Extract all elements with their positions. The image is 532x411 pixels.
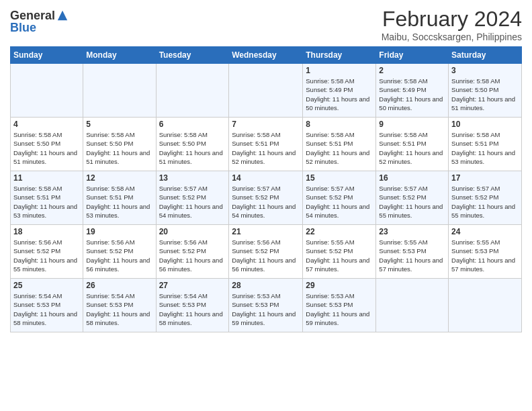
calendar-day-cell: 3Sunrise: 5:58 AMSunset: 5:50 PMDaylight… bbox=[449, 64, 522, 118]
calendar-day-cell: 18Sunrise: 5:56 AMSunset: 5:52 PMDayligh… bbox=[11, 225, 83, 279]
day-info: Sunrise: 5:57 AMSunset: 5:52 PMDaylight:… bbox=[379, 184, 445, 220]
calendar-header-cell: Wednesday bbox=[229, 47, 303, 64]
calendar-day-cell: 25Sunrise: 5:54 AMSunset: 5:53 PMDayligh… bbox=[11, 279, 83, 332]
day-info: Sunrise: 5:55 AMSunset: 5:53 PMDaylight:… bbox=[379, 238, 445, 273]
day-number: 9 bbox=[379, 120, 445, 129]
day-info: Sunrise: 5:58 AMSunset: 5:49 PMDaylight:… bbox=[379, 77, 445, 112]
calendar-body: 1Sunrise: 5:58 AMSunset: 5:49 PMDaylight… bbox=[11, 64, 522, 332]
day-number: 18 bbox=[13, 227, 80, 236]
calendar-day-cell bbox=[156, 64, 229, 118]
calendar-day-cell: 23Sunrise: 5:55 AMSunset: 5:53 PMDayligh… bbox=[376, 225, 449, 279]
day-number: 16 bbox=[379, 173, 445, 183]
calendar-day-cell: 19Sunrise: 5:56 AMSunset: 5:52 PMDayligh… bbox=[83, 225, 156, 279]
calendar-day-cell bbox=[449, 279, 522, 332]
calendar-day-cell: 27Sunrise: 5:54 AMSunset: 5:53 PMDayligh… bbox=[156, 279, 229, 332]
day-number: 27 bbox=[159, 281, 226, 290]
calendar-day-cell: 26Sunrise: 5:54 AMSunset: 5:53 PMDayligh… bbox=[83, 279, 156, 332]
calendar-day-cell: 14Sunrise: 5:57 AMSunset: 5:52 PMDayligh… bbox=[229, 171, 303, 225]
calendar-day-cell bbox=[229, 64, 303, 118]
day-number: 21 bbox=[232, 227, 300, 236]
location-title: Maibu, Soccsksargen, Philippines bbox=[382, 32, 522, 42]
logo-blue-text: Blue bbox=[10, 21, 36, 34]
calendar-day-cell: 29Sunrise: 5:53 AMSunset: 5:53 PMDayligh… bbox=[303, 279, 376, 332]
logo: General Blue bbox=[10, 7, 69, 34]
day-number: 3 bbox=[451, 66, 519, 75]
day-info: Sunrise: 5:57 AMSunset: 5:52 PMDaylight:… bbox=[451, 184, 519, 220]
day-number: 10 bbox=[451, 120, 519, 129]
calendar-day-cell: 11Sunrise: 5:58 AMSunset: 5:51 PMDayligh… bbox=[11, 171, 83, 225]
calendar-day-cell bbox=[11, 64, 83, 118]
calendar-day-cell: 20Sunrise: 5:56 AMSunset: 5:52 PMDayligh… bbox=[156, 225, 229, 279]
day-info: Sunrise: 5:58 AMSunset: 5:51 PMDaylight:… bbox=[306, 130, 373, 166]
calendar-week-row: 4Sunrise: 5:58 AMSunset: 5:50 PMDaylight… bbox=[11, 118, 522, 171]
day-info: Sunrise: 5:56 AMSunset: 5:52 PMDaylight:… bbox=[13, 238, 80, 273]
day-info: Sunrise: 5:58 AMSunset: 5:50 PMDaylight:… bbox=[159, 130, 226, 166]
day-number: 29 bbox=[306, 281, 373, 290]
day-number: 19 bbox=[86, 227, 152, 236]
day-info: Sunrise: 5:54 AMSunset: 5:53 PMDaylight:… bbox=[159, 291, 226, 327]
calendar-day-cell: 17Sunrise: 5:57 AMSunset: 5:52 PMDayligh… bbox=[449, 171, 522, 225]
day-info: Sunrise: 5:56 AMSunset: 5:52 PMDaylight:… bbox=[232, 238, 300, 273]
day-info: Sunrise: 5:55 AMSunset: 5:53 PMDaylight:… bbox=[451, 238, 519, 273]
calendar-day-cell: 4Sunrise: 5:58 AMSunset: 5:50 PMDaylight… bbox=[11, 118, 83, 171]
day-number: 8 bbox=[306, 120, 373, 129]
svg-marker-0 bbox=[58, 11, 67, 20]
calendar-header-cell: Sunday bbox=[11, 47, 83, 64]
day-number: 22 bbox=[306, 227, 373, 236]
day-info: Sunrise: 5:58 AMSunset: 5:51 PMDaylight:… bbox=[232, 130, 300, 166]
calendar-day-cell: 5Sunrise: 5:58 AMSunset: 5:50 PMDaylight… bbox=[83, 118, 156, 171]
day-number: 4 bbox=[13, 120, 80, 129]
calendar-header-cell: Monday bbox=[83, 47, 156, 64]
logo-general-text: General bbox=[10, 9, 55, 21]
calendar-day-cell: 9Sunrise: 5:58 AMSunset: 5:51 PMDaylight… bbox=[376, 118, 449, 171]
day-info: Sunrise: 5:58 AMSunset: 5:51 PMDaylight:… bbox=[451, 130, 519, 166]
calendar-day-cell: 7Sunrise: 5:58 AMSunset: 5:51 PMDaylight… bbox=[229, 118, 303, 171]
day-number: 2 bbox=[379, 66, 445, 75]
day-number: 23 bbox=[379, 227, 445, 236]
day-info: Sunrise: 5:57 AMSunset: 5:52 PMDaylight:… bbox=[159, 184, 226, 220]
day-number: 17 bbox=[451, 173, 519, 183]
day-info: Sunrise: 5:58 AMSunset: 5:49 PMDaylight:… bbox=[306, 77, 373, 112]
day-info: Sunrise: 5:57 AMSunset: 5:52 PMDaylight:… bbox=[306, 184, 373, 220]
day-info: Sunrise: 5:58 AMSunset: 5:50 PMDaylight:… bbox=[86, 130, 152, 166]
day-number: 13 bbox=[159, 173, 226, 183]
day-info: Sunrise: 5:57 AMSunset: 5:52 PMDaylight:… bbox=[232, 184, 300, 220]
day-number: 15 bbox=[306, 173, 373, 183]
day-info: Sunrise: 5:58 AMSunset: 5:51 PMDaylight:… bbox=[379, 130, 445, 166]
day-number: 24 bbox=[451, 227, 519, 236]
day-number: 7 bbox=[232, 120, 300, 129]
day-info: Sunrise: 5:54 AMSunset: 5:53 PMDaylight:… bbox=[86, 291, 152, 327]
day-number: 14 bbox=[232, 173, 300, 183]
day-info: Sunrise: 5:58 AMSunset: 5:50 PMDaylight:… bbox=[13, 130, 80, 166]
calendar-day-cell: 12Sunrise: 5:58 AMSunset: 5:51 PMDayligh… bbox=[83, 171, 156, 225]
logo-icon bbox=[56, 9, 69, 21]
day-info: Sunrise: 5:54 AMSunset: 5:53 PMDaylight:… bbox=[13, 291, 80, 327]
calendar-day-cell: 16Sunrise: 5:57 AMSunset: 5:52 PMDayligh… bbox=[376, 171, 449, 225]
calendar-day-cell: 2Sunrise: 5:58 AMSunset: 5:49 PMDaylight… bbox=[376, 64, 449, 118]
calendar-table: SundayMondayTuesdayWednesdayThursdayFrid… bbox=[10, 46, 522, 332]
calendar-day-cell bbox=[376, 279, 449, 332]
page-header: General Blue February 2024 Maibu, Soccsk… bbox=[10, 7, 522, 42]
day-info: Sunrise: 5:56 AMSunset: 5:52 PMDaylight:… bbox=[159, 238, 226, 273]
calendar-header-cell: Saturday bbox=[449, 47, 522, 64]
day-info: Sunrise: 5:53 AMSunset: 5:53 PMDaylight:… bbox=[232, 291, 300, 327]
month-title: February 2024 bbox=[382, 7, 522, 32]
day-number: 5 bbox=[86, 120, 152, 129]
day-number: 6 bbox=[159, 120, 226, 129]
calendar-day-cell: 10Sunrise: 5:58 AMSunset: 5:51 PMDayligh… bbox=[449, 118, 522, 171]
title-area: February 2024 Maibu, Soccsksargen, Phili… bbox=[382, 7, 522, 42]
day-number: 11 bbox=[13, 173, 80, 183]
day-info: Sunrise: 5:58 AMSunset: 5:51 PMDaylight:… bbox=[86, 184, 152, 220]
calendar-header-cell: Tuesday bbox=[156, 47, 229, 64]
calendar-day-cell: 13Sunrise: 5:57 AMSunset: 5:52 PMDayligh… bbox=[156, 171, 229, 225]
calendar-day-cell: 15Sunrise: 5:57 AMSunset: 5:52 PMDayligh… bbox=[303, 171, 376, 225]
calendar-day-cell: 21Sunrise: 5:56 AMSunset: 5:52 PMDayligh… bbox=[229, 225, 303, 279]
calendar-day-cell: 24Sunrise: 5:55 AMSunset: 5:53 PMDayligh… bbox=[449, 225, 522, 279]
calendar-day-cell: 22Sunrise: 5:55 AMSunset: 5:52 PMDayligh… bbox=[303, 225, 376, 279]
calendar-header-cell: Thursday bbox=[303, 47, 376, 64]
day-info: Sunrise: 5:53 AMSunset: 5:53 PMDaylight:… bbox=[306, 291, 373, 327]
day-info: Sunrise: 5:58 AMSunset: 5:50 PMDaylight:… bbox=[451, 77, 519, 112]
day-info: Sunrise: 5:55 AMSunset: 5:52 PMDaylight:… bbox=[306, 238, 373, 273]
calendar-day-cell bbox=[83, 64, 156, 118]
calendar-week-row: 25Sunrise: 5:54 AMSunset: 5:53 PMDayligh… bbox=[11, 279, 522, 332]
